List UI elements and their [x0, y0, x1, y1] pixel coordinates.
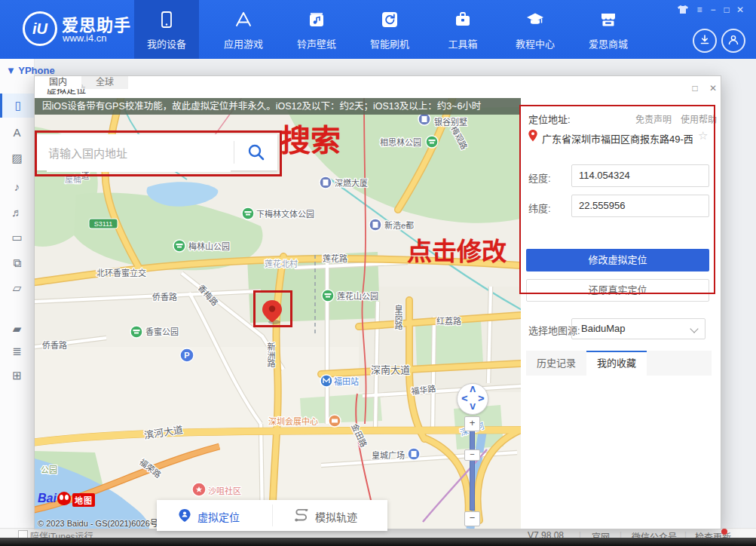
- tab-global[interactable]: 全球: [81, 76, 128, 89]
- pan-left-icon[interactable]: ᐸ: [461, 396, 467, 402]
- svg-text:S3111: S3111: [94, 220, 113, 228]
- map-source-dropdown[interactable]: BaiduMap: [571, 318, 705, 339]
- graduation-cap-icon: [525, 10, 545, 29]
- zoom-slider-track[interactable]: [470, 431, 475, 511]
- metro-station-icon: [320, 375, 332, 387]
- pan-down-icon[interactable]: ᐯ: [470, 404, 476, 410]
- sidebar-item-device-info[interactable]: ▯: [0, 94, 34, 118]
- tab-virtual-location[interactable]: 虚拟定位: [157, 500, 271, 531]
- map-label: 莲花北村: [265, 259, 298, 268]
- map-label: 相思林公园: [380, 137, 421, 147]
- phone-icon: [157, 10, 176, 29]
- baidu-maps-logo: Bai 地图: [38, 492, 128, 508]
- shazui-poi-icon: [192, 483, 206, 496]
- map-label: 侨香路: [42, 341, 67, 350]
- close-button[interactable]: ✕: [734, 5, 746, 15]
- map-label: 莲花山公园: [337, 292, 378, 301]
- app-window: iU 爱思助手 www.i4.cn 我的设备 应用游戏 铃声壁纸 智能刷机 工具…: [0, 0, 756, 546]
- music-folder-icon: [307, 10, 326, 29]
- nav-ringtones[interactable]: 铃声壁纸: [284, 0, 349, 59]
- nav-apps-games[interactable]: 应用游戏: [211, 0, 276, 59]
- sidebar-item-books[interactable]: ▱: [0, 276, 34, 300]
- map-label: 福田站: [334, 376, 359, 386]
- nav-my-devices[interactable]: 我的设备: [134, 0, 199, 59]
- logo-url: www.i4.cn: [63, 32, 107, 44]
- annotation-box-search: [35, 130, 282, 176]
- map-label: 梅林山公园: [188, 241, 230, 251]
- map-label: 深南大道: [371, 364, 410, 376]
- map-label: 皇城广场: [372, 450, 405, 460]
- annotation-box-panel: [519, 105, 715, 294]
- annotation-text-modify: 点击修改: [407, 232, 507, 268]
- road-badge-s3111: S3111: [89, 219, 118, 229]
- storefront-icon: [598, 10, 618, 29]
- expo-center-icon: [329, 415, 341, 427]
- map-label: 沙咀社区: [208, 486, 241, 495]
- map-label: 下梅林文体公园: [256, 209, 314, 219]
- sidebar-item-logs[interactable]: ≣: [0, 339, 34, 363]
- gps-warning-banner: 因iOS设备带有GPS校准功能，故此虚拟定位并非永久。iOS12及以下：约2天；…: [35, 98, 521, 115]
- annotation-text-search: 搜索: [280, 116, 341, 160]
- map-label: 北环香蜜立交: [96, 268, 146, 278]
- window-bottom-edge: [0, 538, 756, 546]
- sidebar-item-photos[interactable]: ▨: [0, 146, 34, 170]
- sidebar-item-clone[interactable]: ⧉: [0, 251, 34, 275]
- nav-toolbox[interactable]: 工具箱: [430, 0, 495, 59]
- pan-right-icon[interactable]: ᐳ: [478, 396, 484, 402]
- map-copyright: © 2023 Baidu - GS(2021)6026号: [38, 517, 158, 529]
- map-pan-control[interactable]: ᐱ ᐯ ᐸ ᐳ: [457, 383, 488, 415]
- virtual-location-dialog: 虚拟定位 □ ✕: [34, 75, 721, 529]
- map-label: 银谷别墅: [434, 117, 467, 127]
- skin-icon[interactable]: [677, 5, 689, 15]
- minimize-button[interactable]: −: [707, 5, 719, 15]
- map-label: 深圳会展中心: [268, 417, 318, 426]
- route-icon: [294, 509, 309, 522]
- sidebar-item-files[interactable]: ▰: [0, 317, 34, 341]
- map-label: 莲花路: [323, 254, 347, 263]
- sidebar-item-messages[interactable]: ▭: [0, 225, 34, 250]
- download-manager-button[interactable]: [693, 29, 717, 53]
- map-label: 皇岗路: [393, 304, 403, 330]
- map-label: 红荔路: [436, 317, 461, 326]
- refresh-icon: [380, 10, 399, 29]
- nav-mall[interactable]: 爱思商城: [576, 0, 641, 59]
- device-sidebar: ▼ YPhone ▯ A ▨ ♪ ♬ ▭ ⧉ ▱ ▰ ≣ ⊞: [0, 59, 35, 528]
- map-label: 新洲路: [266, 342, 276, 368]
- parking-icon: P: [180, 348, 194, 362]
- zoom-out-button[interactable]: −: [464, 511, 480, 526]
- tab-history[interactable]: 历史记录: [526, 351, 586, 376]
- map-label: 深燃大厦: [335, 178, 368, 188]
- sidebar-item-more[interactable]: ⊞: [0, 363, 34, 388]
- svg-text:P: P: [184, 351, 189, 360]
- chevron-down-icon: [690, 324, 698, 333]
- records-tab-bar: 历史记录 我的收藏: [526, 351, 712, 376]
- sidebar-item-music[interactable]: ♪: [0, 175, 34, 199]
- logo-icon: iU: [23, 11, 57, 46]
- map-label: 公园: [41, 465, 57, 474]
- dialog-maximize-button[interactable]: □: [689, 82, 701, 94]
- update-notification-dot: [721, 529, 727, 535]
- map-label: 侨香路: [152, 293, 177, 302]
- zoom-slider-handle[interactable]: −: [464, 449, 480, 461]
- location-person-icon: [178, 508, 191, 523]
- sidebar-device-name[interactable]: ▼ YPhone: [6, 65, 96, 76]
- nav-flash[interactable]: 智能刷机: [357, 0, 422, 59]
- pan-up-icon[interactable]: ᐱ: [470, 387, 476, 393]
- map-label: 香蜜公园: [145, 327, 179, 336]
- tab-domestic[interactable]: 国内: [35, 76, 81, 89]
- appstore-icon: [234, 10, 253, 29]
- menu-icon[interactable]: ≡: [693, 5, 705, 15]
- dialog-close-button[interactable]: ✕: [707, 82, 719, 94]
- zoom-in-button[interactable]: +: [464, 416, 480, 431]
- baidu-paw-icon: [57, 492, 71, 505]
- tab-simulate-track[interactable]: 模拟轨迹: [273, 500, 387, 531]
- sidebar-item-ringtones[interactable]: ♬: [0, 201, 34, 225]
- tab-favorites[interactable]: 我的收藏: [586, 351, 647, 376]
- user-account-button[interactable]: [721, 29, 745, 53]
- top-header: iU 爱思助手 www.i4.cn 我的设备 应用游戏 铃声壁纸 智能刷机 工具…: [0, 0, 756, 59]
- nav-tutorials[interactable]: 教程中心: [503, 0, 568, 59]
- map-label: 新浩e都: [384, 220, 414, 230]
- maximize-button[interactable]: □: [721, 5, 733, 15]
- sidebar-item-apps[interactable]: A: [0, 121, 34, 145]
- annotation-box-marker: [253, 290, 292, 327]
